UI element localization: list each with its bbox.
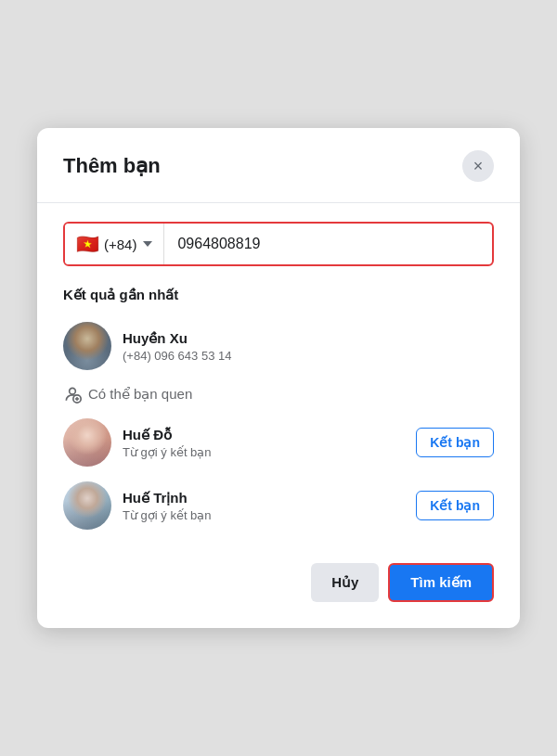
recent-results-label: Kết quả gần nhất <box>63 287 494 303</box>
dialog-title: Thêm bạn <box>63 154 161 178</box>
maybe-know-section: Có thể bạn quen Huế Đỗ Từ gợi ý kết bạn … <box>63 385 494 537</box>
dialog-header: Thêm bạn × <box>63 150 494 182</box>
user-info: Huế Đỗ Từ gợi ý kết bạn <box>123 427 405 459</box>
list-item: Huyền Xu (+84) 096 643 53 14 <box>63 314 494 378</box>
chevron-down-icon <box>143 241 152 247</box>
add-friend-button-huetrinh[interactable]: Kết bạn <box>416 491 494 520</box>
user-name: Huế Trịnh <box>123 490 405 506</box>
person-icon <box>63 385 82 404</box>
list-item: Huế Trịnh Từ gợi ý kết bạn Kết bạn <box>63 474 494 537</box>
user-sub: (+84) 096 643 53 14 <box>123 349 494 363</box>
search-button[interactable]: Tìm kiếm <box>388 563 494 602</box>
flag-icon: 🇻🇳 <box>76 233 99 255</box>
user-info: Huế Trịnh Từ gợi ý kết bạn <box>123 490 405 522</box>
maybe-know-label: Có thể bạn quen <box>88 386 192 403</box>
svg-point-0 <box>70 388 76 394</box>
list-item: Huế Đỗ Từ gợi ý kết bạn Kết bạn <box>63 411 494 474</box>
phone-input[interactable] <box>164 226 492 262</box>
cancel-button[interactable]: Hủy <box>311 563 379 602</box>
header-divider <box>37 202 520 203</box>
add-friend-dialog: Thêm bạn × 🇻🇳 (+84) Kết quả gần nhất Huy… <box>37 128 520 628</box>
country-selector[interactable]: 🇻🇳 (+84) <box>65 224 164 264</box>
maybe-know-header: Có thể bạn quen <box>63 385 494 404</box>
avatar <box>63 322 111 370</box>
avatar <box>63 418 111 467</box>
phone-input-row: 🇻🇳 (+84) <box>63 222 494 266</box>
user-info: Huyền Xu (+84) 096 643 53 14 <box>123 330 494 363</box>
close-icon: × <box>473 157 484 176</box>
user-sub: Từ gợi ý kết bạn <box>123 508 405 522</box>
user-name: Huế Đỗ <box>123 427 405 443</box>
close-button[interactable]: × <box>462 150 494 182</box>
country-code: (+84) <box>104 237 136 252</box>
dialog-footer: Hủy Tìm kiếm <box>63 563 494 602</box>
add-friend-button-huedu[interactable]: Kết bạn <box>416 428 494 457</box>
user-sub: Từ gợi ý kết bạn <box>123 445 405 459</box>
avatar <box>63 481 111 530</box>
user-name: Huyền Xu <box>123 330 494 347</box>
